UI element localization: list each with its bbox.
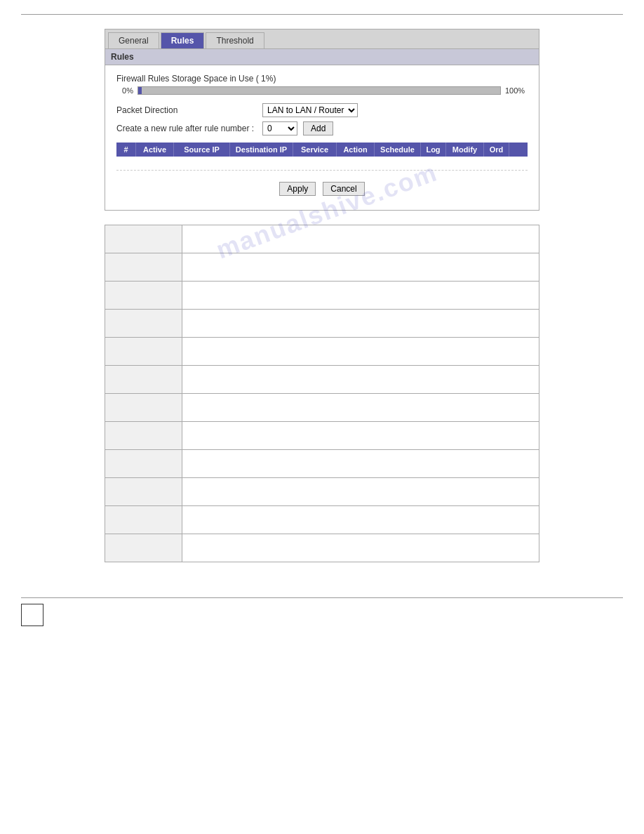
col-modify-header: Modify (446, 143, 484, 157)
col-active-header: Active (136, 143, 174, 157)
storage-bar-outer (137, 86, 501, 95)
table-cell-right (182, 310, 539, 338)
rule-number-select[interactable]: 0 1 2 (262, 121, 297, 135)
table-cell-right (182, 253, 539, 282)
rules-table-header: # Active Source IP Destination IP Servic… (116, 143, 528, 157)
table-cell-right (182, 422, 539, 450)
table-row (105, 450, 539, 478)
firewall-panel: General Rules Threshold Rules Firewall R… (105, 29, 539, 211)
section-header: Rules (105, 49, 539, 65)
table-cell-right (182, 450, 539, 478)
table-row (105, 366, 539, 394)
table-row (105, 253, 539, 282)
storage-pct-right: 100% (505, 86, 528, 95)
col-service-header: Service (293, 143, 337, 157)
table-row (105, 506, 539, 534)
table-cell-right (182, 478, 539, 506)
packet-direction-label: Packet Direction (116, 105, 257, 115)
col-destip-header: Destination IP (230, 143, 293, 157)
table-row (105, 282, 539, 310)
table-cell-left (105, 253, 182, 282)
table-row (105, 310, 539, 338)
table-cell-left (105, 450, 182, 478)
page-number-box (21, 604, 43, 626)
doc-table (105, 225, 539, 562)
table-cell-left (105, 478, 182, 506)
table-cell-right (182, 225, 539, 253)
col-order-header: Ord (484, 143, 509, 157)
top-divider (21, 14, 623, 15)
bottom-area (21, 590, 623, 628)
action-buttons: Apply Cancel (116, 182, 528, 201)
table-cell-right (182, 282, 539, 310)
table-cell-left (105, 225, 182, 253)
table-cell-right (182, 506, 539, 534)
packet-direction-row: Packet Direction LAN to LAN / Router LAN… (116, 103, 528, 117)
table-row (105, 394, 539, 422)
col-action-header: Action (337, 143, 375, 157)
add-button[interactable]: Add (303, 121, 333, 135)
table-cell-left (105, 394, 182, 422)
col-schedule-header: Schedule (375, 143, 421, 157)
table-row (105, 478, 539, 506)
storage-pct-left: 0% (116, 86, 133, 95)
storage-label: Firewall Rules Storage Space in Use ( 1%… (116, 74, 528, 84)
table-cell-left (105, 310, 182, 338)
col-hash-header: # (116, 143, 136, 157)
table-cell-right (182, 534, 539, 562)
rule-number-label: Create a new rule after rule number : (116, 124, 257, 133)
rules-empty-area (116, 157, 528, 171)
table-cell-left (105, 534, 182, 562)
table-cell-right (182, 366, 539, 394)
table-cell-left (105, 506, 182, 534)
table-cell-left (105, 366, 182, 394)
table-cell-left (105, 422, 182, 450)
table-row (105, 422, 539, 450)
tab-threshold[interactable]: Threshold (206, 32, 264, 48)
table-cell-left (105, 338, 182, 366)
table-row (105, 534, 539, 562)
storage-bar-inner (138, 87, 142, 94)
table-cell-right (182, 394, 539, 422)
storage-bar-row: 0% 100% (116, 86, 528, 95)
bottom-divider (21, 597, 623, 598)
col-sourceip-header: Source IP (174, 143, 230, 157)
table-row (105, 225, 539, 253)
tab-rules[interactable]: Rules (161, 32, 205, 48)
cancel-button[interactable]: Cancel (323, 182, 364, 196)
col-log-header: Log (421, 143, 446, 157)
panel-body: Firewall Rules Storage Space in Use ( 1%… (105, 65, 539, 210)
table-cell-right (182, 338, 539, 366)
rule-number-row: Create a new rule after rule number : 0 … (116, 121, 528, 135)
apply-button[interactable]: Apply (279, 182, 316, 196)
table-row (105, 338, 539, 366)
tab-bar: General Rules Threshold (105, 29, 539, 49)
table-cell-left (105, 282, 182, 310)
packet-direction-select[interactable]: LAN to LAN / Router LAN to WAN WAN to LA… (262, 103, 358, 117)
tab-general[interactable]: General (108, 32, 159, 48)
